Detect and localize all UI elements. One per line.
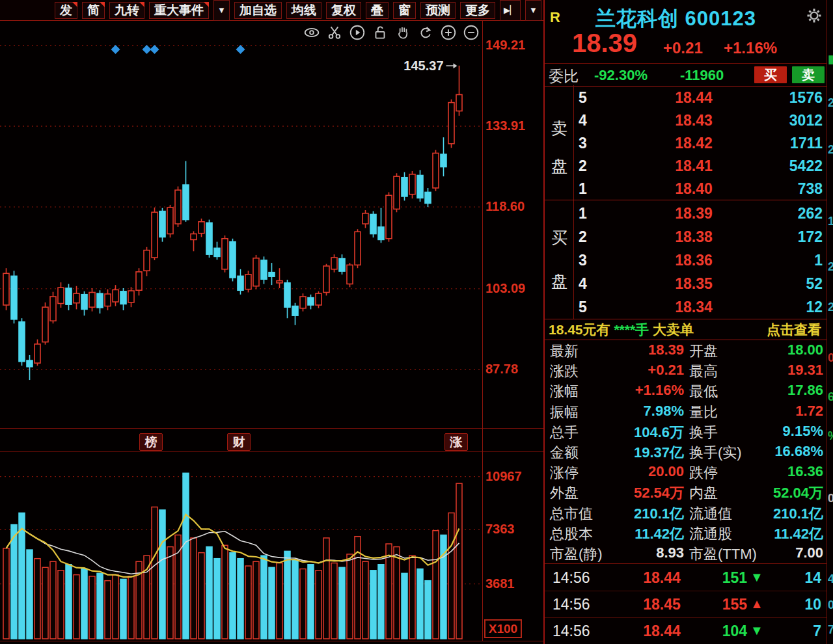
volume: 3012 <box>789 112 823 129</box>
order-book: 518.441576418.433012318.421711218.415422… <box>545 85 826 319</box>
alert-type-text: 大卖单 <box>649 322 694 337</box>
volume: 172 <box>798 228 823 246</box>
large-order-alert-banner[interactable]: 18.45元有 ****手 大卖单 点击查看 <box>545 319 826 340</box>
adjust-mode-badge[interactable]: R <box>550 9 560 26</box>
stat-label: 总手 <box>550 423 579 442</box>
price: 18.35 <box>651 275 736 293</box>
stat-value: 20.00 <box>603 463 684 480</box>
event-marker-涨[interactable]: 涨 <box>444 433 468 451</box>
cropped-edge-panel: ▮2212206%0407 <box>826 0 833 644</box>
level: 1 <box>579 180 587 198</box>
toolbar-item-jian[interactable]: 简 <box>82 2 105 19</box>
price: 18.40 <box>651 180 736 198</box>
zoom-in-icon[interactable] <box>440 24 457 41</box>
toolbar-item-window[interactable]: 窗 <box>393 2 416 19</box>
volume: 5422 <box>789 157 823 175</box>
tick-transactions-list[interactable]: 14:5618.44151▼1414:5618.45155▲1014:5618.… <box>545 563 826 644</box>
gear-icon[interactable] <box>805 7 823 25</box>
level: 5 <box>579 299 587 316</box>
stat-label: 市盈(静) <box>550 544 603 564</box>
toolbar-item-forecast[interactable]: 预测 <box>420 2 456 19</box>
volume-chart[interactable] <box>0 452 482 641</box>
price-change-percent: +1.16% <box>724 39 777 57</box>
toolbar-item-adjust[interactable]: 复权 <box>326 2 361 19</box>
stat-label: 最高 <box>689 362 718 381</box>
axis-divider <box>482 21 483 641</box>
toolbar-item-next-period[interactable]: ▶▏ <box>500 0 521 21</box>
volume-pane <box>0 452 482 641</box>
tick-row: 14:5618.45155▲10 <box>545 591 826 618</box>
event-marker-财[interactable]: 财 <box>227 433 251 451</box>
up-arrow-icon: ▲ <box>750 597 763 611</box>
candlestick-chart[interactable]: 145.37 <box>0 21 482 429</box>
stat-value: 210.1亿 <box>603 504 684 524</box>
tick-lots: 151 <box>704 569 747 587</box>
quote-panel: R 兰花科创 600123 18.39 +0.21 +1.16% 委比 -92.… <box>543 0 826 644</box>
tick-row: 14:5618.44151▼14 <box>545 564 826 591</box>
toolbar-item-caret[interactable]: ▼ <box>525 0 541 21</box>
sell-row-5[interactable]: 518.441576 <box>573 87 826 109</box>
eye-icon[interactable] <box>303 24 320 41</box>
price-change: +0.21 <box>663 39 703 57</box>
toolbar-item-events-caret[interactable]: ▼ <box>213 0 230 21</box>
sell-row-4[interactable]: 418.433012 <box>573 109 826 132</box>
scissors-icon[interactable] <box>326 24 343 41</box>
zoom-out-icon[interactable] <box>463 24 480 41</box>
toolbar-item-moving-average[interactable]: 均线 <box>286 2 321 19</box>
edge-fragment: 2 <box>828 96 833 110</box>
stat-value: 52.04万 <box>745 483 823 503</box>
price-axis-label: 87.78 <box>485 362 518 377</box>
edge-fragment: 7 <box>828 623 833 637</box>
toolbar-item-fa[interactable]: 发 <box>55 2 77 19</box>
hand-icon[interactable] <box>394 24 411 41</box>
edge-fragment: 0 <box>828 492 833 505</box>
sell-row-1[interactable]: 118.40738 <box>573 178 826 200</box>
buy-row-3[interactable]: 318.361 <box>573 249 826 273</box>
volume-axis-label: 3681 <box>485 576 515 591</box>
play-circle-icon[interactable] <box>349 24 366 41</box>
stat-value: 19.31 <box>745 362 823 379</box>
tick-count: 14 <box>804 569 821 587</box>
edge-fragment: 1 <box>828 215 833 228</box>
buy-row-5[interactable]: 518.3412 <box>573 296 826 319</box>
down-arrow-icon: ▼ <box>750 623 763 638</box>
toolbar-item-major-events[interactable]: 重大事件 <box>149 2 209 19</box>
tick-row: 14:5618.44104▼7 <box>545 617 826 644</box>
sell-row-2[interactable]: 218.415422 <box>573 155 826 178</box>
toolbar-item-add-watchlist[interactable]: 加自选 <box>234 2 282 19</box>
buy-label-1: 买 <box>551 227 567 248</box>
toolbar-item-nine-turn[interactable]: 九转 <box>109 2 144 19</box>
edge-fragment: % <box>828 429 833 443</box>
price-chart-pane: 145.37 <box>0 21 482 429</box>
sell-button[interactable]: 卖 <box>792 66 825 83</box>
stat-value: +0.21 <box>603 362 684 379</box>
stat-value: 1.72 <box>745 403 823 420</box>
buy-row-2[interactable]: 218.38172 <box>573 226 826 249</box>
sell-row-3[interactable]: 318.421711 <box>573 132 826 155</box>
buy-button[interactable]: 买 <box>754 66 787 83</box>
alert-view-link[interactable]: 点击查看 <box>767 319 821 340</box>
stat-value: 19.37亿 <box>603 443 684 463</box>
volume-axis-label: 10967 <box>485 469 522 484</box>
weibi-diff: -11960 <box>680 67 724 84</box>
edge-fragment: 2 <box>828 260 833 274</box>
stat-value: 7.98% <box>603 403 684 420</box>
stat-label: 换手(实) <box>689 443 742 463</box>
stat-label: 外盘 <box>550 483 579 503</box>
stats-panel: 最新18.39开盘18.00涨跌+0.21最高19.31涨幅+1.16%最低17… <box>545 340 826 563</box>
unlock-icon[interactable] <box>372 24 389 41</box>
toolbar-item-overlay[interactable]: 叠 <box>366 2 389 19</box>
toolbar-item-more[interactable]: 更多 <box>460 2 495 19</box>
buy-row-4[interactable]: 418.3552 <box>573 273 826 296</box>
tick-price: 18.44 <box>626 623 698 640</box>
level: 1 <box>579 205 587 222</box>
buy-row-1[interactable]: 118.39262 <box>573 202 826 226</box>
down-arrow-icon: ▼ <box>750 570 763 585</box>
event-marker-榜[interactable]: 榜 <box>139 433 163 451</box>
undo-icon[interactable] <box>417 24 434 41</box>
price-axis-label: 103.09 <box>485 281 525 296</box>
price-pane-bottom-border <box>0 428 543 429</box>
main-toolbar: 发简九转重大事件▼加自选均线复权叠窗预测更多▶▏▼ <box>0 0 543 21</box>
stat-value: 16.36 <box>745 463 823 480</box>
price: 18.43 <box>651 112 736 129</box>
